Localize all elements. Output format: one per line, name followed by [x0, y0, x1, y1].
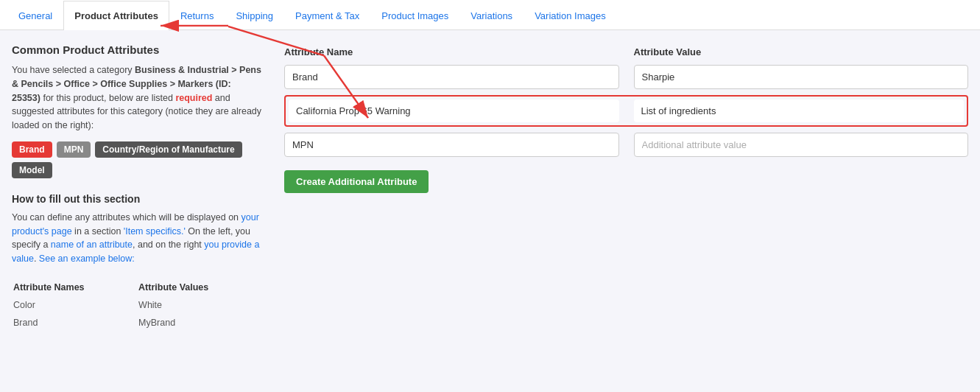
- header-attribute-name: Attribute Name: [284, 46, 619, 57]
- badge-model: Model: [12, 162, 52, 178]
- desc-part1: You have selected a category: [12, 65, 135, 75]
- section-title: Common Product Attributes: [12, 43, 262, 56]
- example-header-names: Attribute Names: [13, 279, 137, 295]
- how-title: How to fill out this section: [12, 193, 262, 205]
- badge-country: Country/Region of Manufacture: [95, 141, 242, 158]
- required-text: required: [175, 93, 212, 103]
- example-row-color: Color White: [13, 297, 261, 313]
- attribute-row-california: [284, 95, 968, 127]
- tab-general[interactable]: General: [7, 1, 63, 30]
- create-additional-attribute-button[interactable]: Create Additional Attribute: [284, 170, 429, 193]
- badge-mpn: MPN: [57, 141, 91, 158]
- example-color-value: White: [138, 297, 261, 313]
- attribute-row-brand: [284, 65, 968, 89]
- attribute-name-input-california[interactable]: [289, 99, 619, 122]
- attribute-value-input-california[interactable]: [634, 99, 965, 122]
- example-header-values: Attribute Values: [138, 279, 261, 295]
- main-content: Common Product Attributes You have selec…: [0, 30, 980, 369]
- tab-returns[interactable]: Returns: [169, 1, 225, 30]
- how-section: How to fill out this section You can def…: [12, 193, 262, 332]
- attribute-value-input-mpn[interactable]: [634, 133, 969, 157]
- tab-variation-images[interactable]: Variation Images: [524, 1, 617, 30]
- tab-variations[interactable]: Variations: [459, 1, 524, 30]
- example-table: Attribute Names Attribute Values Color W…: [12, 278, 262, 332]
- attribute-name-input-brand[interactable]: [284, 65, 619, 89]
- example-brand-value: MyBrand: [138, 315, 261, 331]
- header-attribute-value: Attribute Value: [634, 46, 969, 57]
- attribute-row-mpn: [284, 133, 968, 157]
- left-panel: Common Product Attributes You have selec…: [12, 43, 262, 356]
- attribute-column-headers: Attribute Name Attribute Value: [284, 46, 968, 57]
- tabs-bar: General Product Attributes Returns Shipp…: [0, 0, 980, 30]
- badge-brand: Brand: [12, 141, 52, 158]
- attribute-value-input-brand[interactable]: [634, 65, 969, 89]
- tab-shipping[interactable]: Shipping: [225, 1, 284, 30]
- category-description: You have selected a category Business & …: [12, 63, 262, 133]
- name-link[interactable]: name of an attribute: [51, 239, 133, 250]
- tab-product-attributes[interactable]: Product Attributes: [63, 1, 169, 30]
- example-brand-name: Brand: [13, 315, 137, 331]
- tab-product-images[interactable]: Product Images: [370, 1, 459, 30]
- how-description: You can define any attributes which will…: [12, 211, 262, 266]
- desc-part2: for this product, below are listed: [40, 93, 175, 103]
- right-panel: Attribute Name Attribute Value Create Ad…: [284, 43, 968, 356]
- item-specifics-link[interactable]: 'Item specifics.': [124, 226, 186, 237]
- attribute-name-input-mpn[interactable]: [284, 133, 619, 157]
- tab-payment-tax[interactable]: Payment & Tax: [284, 1, 370, 30]
- example-link[interactable]: See an example below:: [39, 253, 135, 264]
- example-color-name: Color: [13, 297, 137, 313]
- example-row-brand: Brand MyBrand: [13, 315, 261, 331]
- attribute-badges: Brand MPN Country/Region of Manufacture …: [12, 141, 262, 178]
